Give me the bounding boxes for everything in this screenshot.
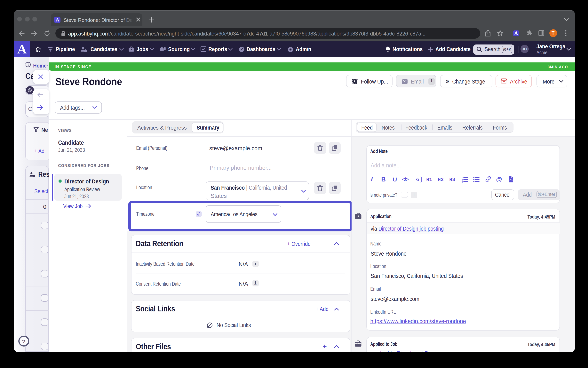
svg-text:3: 3 — [461, 181, 463, 183]
